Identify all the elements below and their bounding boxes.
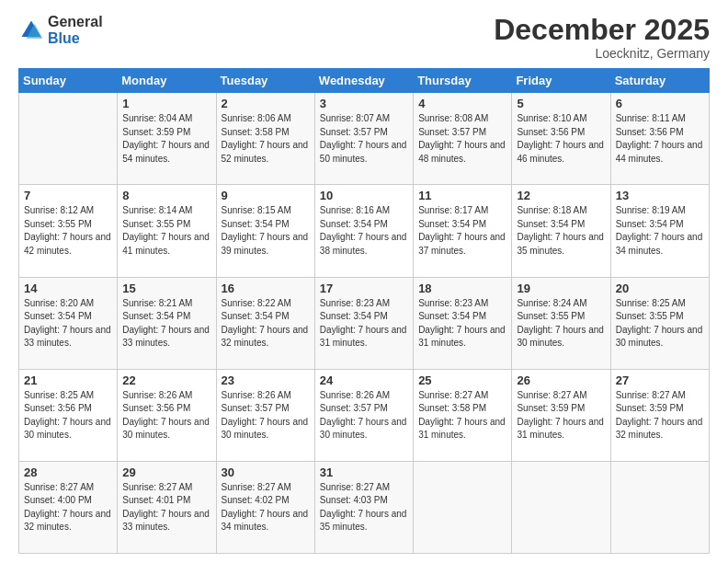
day-info: Sunrise: 8:11 AMSunset: 3:56 PMDaylight:… xyxy=(616,112,704,166)
calendar-cell-w2-d6: 12Sunrise: 8:18 AMSunset: 3:54 PMDayligh… xyxy=(512,185,610,277)
calendar-cell-w5-d6 xyxy=(512,461,610,553)
day-number: 6 xyxy=(616,97,704,110)
day-info: Sunrise: 8:07 AMSunset: 3:57 PMDaylight:… xyxy=(320,112,408,166)
day-info: Sunrise: 8:24 AMSunset: 3:55 PMDaylight:… xyxy=(517,297,605,350)
day-info: Sunrise: 8:19 AMSunset: 3:54 PMDaylight:… xyxy=(616,204,704,258)
day-number: 31 xyxy=(320,465,408,479)
day-number: 15 xyxy=(122,282,210,295)
day-number: 20 xyxy=(616,282,704,295)
day-info: Sunrise: 8:25 AMSunset: 3:55 PMDaylight:… xyxy=(616,297,704,350)
day-number: 30 xyxy=(222,465,310,479)
day-number: 5 xyxy=(517,97,605,110)
logo-general: General xyxy=(48,14,103,30)
day-number: 3 xyxy=(320,97,408,110)
day-number: 8 xyxy=(122,189,210,202)
title-section: December 2025 Loecknitz, Germany xyxy=(494,14,710,61)
calendar-cell-w3-d4: 17Sunrise: 8:23 AMSunset: 3:54 PMDayligh… xyxy=(314,277,413,369)
day-number: 10 xyxy=(320,189,408,202)
day-info: Sunrise: 8:20 AMSunset: 3:54 PMDaylight:… xyxy=(24,297,112,350)
calendar-week-1: 1Sunrise: 8:04 AMSunset: 3:59 PMDaylight… xyxy=(19,93,710,185)
calendar-cell-w2-d1: 7Sunrise: 8:12 AMSunset: 3:55 PMDaylight… xyxy=(19,185,118,277)
day-number: 23 xyxy=(222,373,310,387)
day-info: Sunrise: 8:10 AMSunset: 3:56 PMDaylight:… xyxy=(517,112,605,166)
calendar-cell-w1-d7: 6Sunrise: 8:11 AMSunset: 3:56 PMDaylight… xyxy=(610,93,709,185)
day-info: Sunrise: 8:27 AMSunset: 4:01 PMDaylight:… xyxy=(122,481,210,534)
calendar-cell-w1-d6: 5Sunrise: 8:10 AMSunset: 3:56 PMDaylight… xyxy=(512,93,610,185)
calendar-cell-w4-d2: 22Sunrise: 8:26 AMSunset: 3:56 PMDayligh… xyxy=(118,369,216,461)
day-number: 29 xyxy=(122,465,210,479)
month-title: December 2025 xyxy=(494,14,710,46)
calendar-week-2: 7Sunrise: 8:12 AMSunset: 3:55 PMDaylight… xyxy=(19,185,710,277)
calendar-cell-w4-d3: 23Sunrise: 8:26 AMSunset: 3:57 PMDayligh… xyxy=(216,369,314,461)
col-friday: Friday xyxy=(512,69,610,93)
calendar-cell-w5-d1: 28Sunrise: 8:27 AMSunset: 4:00 PMDayligh… xyxy=(19,461,118,553)
calendar-cell-w3-d3: 16Sunrise: 8:22 AMSunset: 3:54 PMDayligh… xyxy=(216,277,314,369)
calendar-cell-w2-d2: 8Sunrise: 8:14 AMSunset: 3:55 PMDaylight… xyxy=(118,185,216,277)
day-info: Sunrise: 8:27 AMSunset: 3:59 PMDaylight:… xyxy=(616,389,704,442)
calendar-cell-w3-d6: 19Sunrise: 8:24 AMSunset: 3:55 PMDayligh… xyxy=(512,277,610,369)
page: General Blue December 2025 Loecknitz, Ge… xyxy=(0,0,728,563)
calendar-cell-w1-d3: 2Sunrise: 8:06 AMSunset: 3:58 PMDaylight… xyxy=(216,93,314,185)
day-info: Sunrise: 8:16 AMSunset: 3:54 PMDaylight:… xyxy=(320,204,408,258)
day-number: 17 xyxy=(320,282,408,295)
day-info: Sunrise: 8:27 AMSunset: 4:00 PMDaylight:… xyxy=(24,481,112,534)
day-info: Sunrise: 8:26 AMSunset: 3:56 PMDaylight:… xyxy=(122,389,210,442)
header: General Blue December 2025 Loecknitz, Ge… xyxy=(18,14,710,61)
day-number: 28 xyxy=(24,465,112,479)
day-info: Sunrise: 8:27 AMSunset: 3:59 PMDaylight:… xyxy=(517,389,605,442)
day-info: Sunrise: 8:27 AMSunset: 4:03 PMDaylight:… xyxy=(320,481,408,534)
calendar-cell-w4-d6: 26Sunrise: 8:27 AMSunset: 3:59 PMDayligh… xyxy=(512,369,610,461)
day-info: Sunrise: 8:26 AMSunset: 3:57 PMDaylight:… xyxy=(320,389,408,442)
day-info: Sunrise: 8:23 AMSunset: 3:54 PMDaylight:… xyxy=(418,297,506,350)
calendar-cell-w2-d4: 10Sunrise: 8:16 AMSunset: 3:54 PMDayligh… xyxy=(314,185,413,277)
day-info: Sunrise: 8:27 AMSunset: 3:58 PMDaylight:… xyxy=(418,389,506,442)
day-number: 4 xyxy=(418,97,506,110)
day-number: 25 xyxy=(418,373,506,387)
day-info: Sunrise: 8:26 AMSunset: 3:57 PMDaylight:… xyxy=(222,389,310,442)
location: Loecknitz, Germany xyxy=(494,46,710,61)
day-info: Sunrise: 8:04 AMSunset: 3:59 PMDaylight:… xyxy=(122,112,210,166)
calendar-week-5: 28Sunrise: 8:27 AMSunset: 4:00 PMDayligh… xyxy=(19,461,710,553)
logo-blue: Blue xyxy=(48,30,103,47)
day-info: Sunrise: 8:18 AMSunset: 3:54 PMDaylight:… xyxy=(517,204,605,258)
calendar-week-3: 14Sunrise: 8:20 AMSunset: 3:54 PMDayligh… xyxy=(19,277,710,369)
col-tuesday: Tuesday xyxy=(216,69,314,93)
calendar-cell-w3-d1: 14Sunrise: 8:20 AMSunset: 3:54 PMDayligh… xyxy=(19,277,118,369)
calendar-cell-w4-d7: 27Sunrise: 8:27 AMSunset: 3:59 PMDayligh… xyxy=(610,369,709,461)
calendar-cell-w2-d3: 9Sunrise: 8:15 AMSunset: 3:54 PMDaylight… xyxy=(216,185,314,277)
day-info: Sunrise: 8:17 AMSunset: 3:54 PMDaylight:… xyxy=(418,204,506,258)
calendar-cell-w2-d7: 13Sunrise: 8:19 AMSunset: 3:54 PMDayligh… xyxy=(610,185,709,277)
calendar-header-row: Sunday Monday Tuesday Wednesday Thursday… xyxy=(19,69,710,93)
day-number: 18 xyxy=(418,282,506,295)
calendar-cell-w5-d5 xyxy=(414,461,512,553)
logo-icon xyxy=(18,17,44,43)
day-number: 1 xyxy=(122,97,210,110)
calendar-cell-w1-d1 xyxy=(19,93,118,185)
calendar-cell-w2-d5: 11Sunrise: 8:17 AMSunset: 3:54 PMDayligh… xyxy=(414,185,512,277)
calendar-cell-w5-d2: 29Sunrise: 8:27 AMSunset: 4:01 PMDayligh… xyxy=(118,461,216,553)
calendar-cell-w4-d4: 24Sunrise: 8:26 AMSunset: 3:57 PMDayligh… xyxy=(314,369,413,461)
calendar-cell-w3-d2: 15Sunrise: 8:21 AMSunset: 3:54 PMDayligh… xyxy=(118,277,216,369)
calendar-cell-w3-d5: 18Sunrise: 8:23 AMSunset: 3:54 PMDayligh… xyxy=(414,277,512,369)
day-number: 14 xyxy=(24,282,112,295)
calendar-cell-w3-d7: 20Sunrise: 8:25 AMSunset: 3:55 PMDayligh… xyxy=(610,277,709,369)
day-number: 11 xyxy=(418,189,506,202)
day-number: 27 xyxy=(616,373,704,387)
day-info: Sunrise: 8:25 AMSunset: 3:56 PMDaylight:… xyxy=(24,389,112,442)
day-info: Sunrise: 8:08 AMSunset: 3:57 PMDaylight:… xyxy=(418,112,506,166)
col-monday: Monday xyxy=(118,69,216,93)
day-info: Sunrise: 8:23 AMSunset: 3:54 PMDaylight:… xyxy=(320,297,408,350)
day-info: Sunrise: 8:27 AMSunset: 4:02 PMDaylight:… xyxy=(222,481,310,534)
day-info: Sunrise: 8:14 AMSunset: 3:55 PMDaylight:… xyxy=(122,204,210,258)
day-info: Sunrise: 8:12 AMSunset: 3:55 PMDaylight:… xyxy=(24,204,112,258)
day-info: Sunrise: 8:15 AMSunset: 3:54 PMDaylight:… xyxy=(222,204,310,258)
calendar-cell-w5-d3: 30Sunrise: 8:27 AMSunset: 4:02 PMDayligh… xyxy=(216,461,314,553)
day-number: 2 xyxy=(222,97,310,110)
logo: General Blue xyxy=(18,14,103,46)
day-number: 7 xyxy=(24,189,112,202)
day-info: Sunrise: 8:21 AMSunset: 3:54 PMDaylight:… xyxy=(122,297,210,350)
col-saturday: Saturday xyxy=(610,69,709,93)
day-number: 22 xyxy=(122,373,210,387)
day-number: 12 xyxy=(517,189,605,202)
day-info: Sunrise: 8:22 AMSunset: 3:54 PMDaylight:… xyxy=(222,297,310,350)
